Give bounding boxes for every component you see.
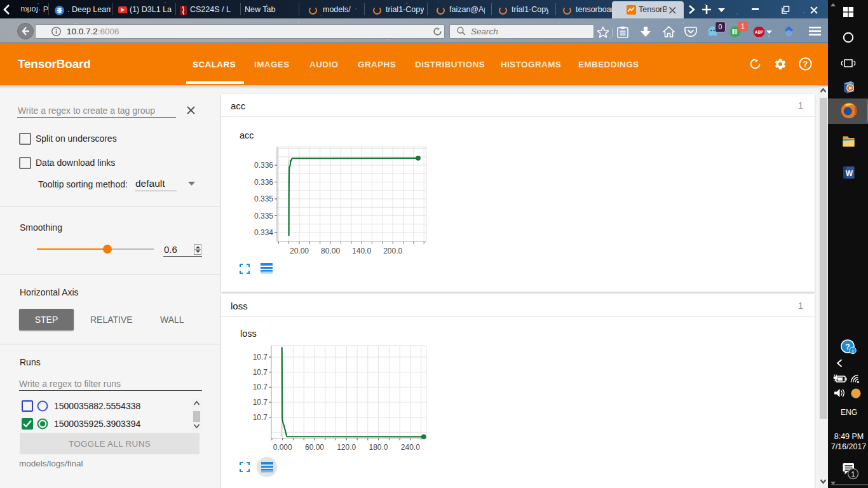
svg-text:200.0: 200.0 [383, 247, 402, 255]
svg-text:0.335: 0.335 [254, 194, 273, 203]
svg-text:10.7: 10.7 [253, 413, 268, 422]
svg-text:8:49 PM: 8:49 PM [834, 432, 864, 441]
svg-text:W: W [846, 169, 853, 178]
svg-text:10.7: 10.7 [253, 383, 268, 391]
svg-text:7/16/2017: 7/16/2017 [831, 442, 867, 451]
svg-text:0.000: 0.000 [273, 443, 292, 452]
svg-text:180.0: 180.0 [369, 443, 388, 452]
svg-text:140.0: 140.0 [352, 247, 371, 255]
svg-text:10.7: 10.7 [253, 398, 268, 407]
svg-text:?: ? [803, 60, 808, 69]
svg-text:60.00: 60.00 [305, 443, 324, 452]
svg-text:0.334: 0.334 [254, 228, 273, 237]
svg-text:80.00: 80.00 [321, 247, 340, 255]
svg-text:1: 1 [851, 470, 855, 478]
svg-text:20.00: 20.00 [290, 247, 309, 255]
svg-text:0.336: 0.336 [254, 161, 273, 170]
svg-text:10.7: 10.7 [253, 353, 268, 362]
svg-text:10.7: 10.7 [253, 368, 268, 377]
svg-text:0.335: 0.335 [254, 212, 273, 220]
svg-text:i: i [852, 348, 853, 354]
svg-text:240.0: 240.0 [401, 443, 420, 452]
svg-text:120.0: 120.0 [337, 443, 356, 452]
svg-text:ABP: ABP [755, 30, 763, 34]
svg-text:0.336: 0.336 [254, 178, 273, 187]
svg-text:ENG: ENG [841, 408, 857, 417]
